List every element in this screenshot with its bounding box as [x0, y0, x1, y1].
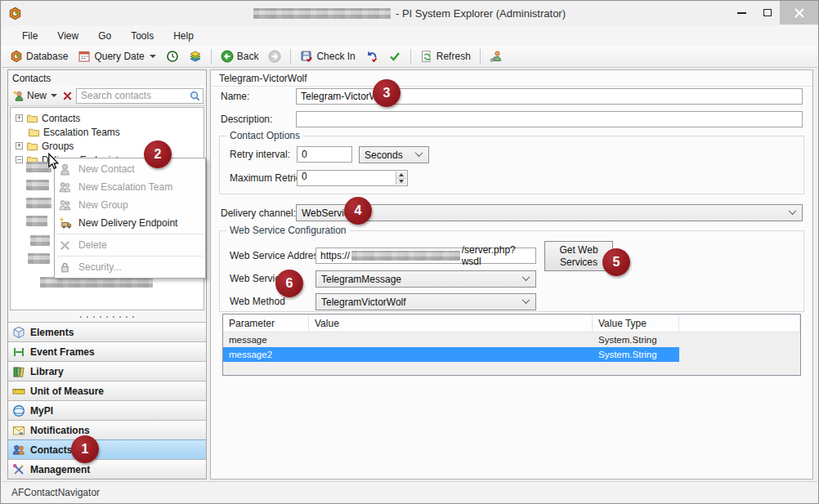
description-label: Description:	[221, 114, 272, 125]
nav-event-frames[interactable]: Event Frames	[8, 341, 206, 361]
menu-view[interactable]: View	[48, 28, 87, 44]
check-in-icon	[300, 50, 313, 63]
lock-gray-icon	[58, 261, 72, 274]
mouse-cursor	[47, 153, 60, 171]
group-gray-icon	[58, 198, 72, 212]
spinner-buttons[interactable]	[396, 172, 406, 185]
get-web-services-label: Get Web	[559, 244, 597, 256]
max-retries-stepper[interactable]: 0	[297, 170, 408, 186]
col-value[interactable]: Value	[309, 314, 593, 332]
nav-label: Contacts	[30, 444, 72, 456]
annotation-3: 3	[373, 79, 401, 107]
nav-label: Event Frames	[30, 346, 95, 358]
user-options-button[interactable]	[486, 48, 506, 65]
cell-value-type: System.String	[593, 332, 679, 347]
status-bar: AFContactNavigator	[2, 481, 817, 502]
menu-separator	[57, 256, 203, 256]
web-service-select[interactable]: TelegramMessage	[316, 270, 536, 288]
table-row[interactable]: message System.String	[223, 332, 800, 347]
menu-item-label: New Delivery Endpoint	[78, 217, 177, 229]
menu-help[interactable]: Help	[164, 28, 203, 44]
annotation-5: 5	[602, 248, 630, 276]
nav-contacts[interactable]: Contacts	[8, 439, 206, 459]
description-input[interactable]	[296, 111, 803, 127]
ruler-icon	[12, 385, 25, 398]
check-in-button[interactable]: Check In	[297, 48, 358, 65]
close-button[interactable]	[780, 1, 818, 25]
user-wrench-icon	[490, 50, 503, 63]
query-date-dropdown-icon[interactable]	[150, 55, 156, 58]
nav-management[interactable]: Management	[8, 459, 206, 479]
time-range-button[interactable]	[163, 48, 182, 65]
tree-item-contacts[interactable]: + Contacts	[11, 111, 204, 125]
query-date-button[interactable]: Query Date	[74, 48, 159, 65]
cell-value	[309, 332, 593, 347]
contact-options-group: Contact Options Retry interval: Seconds …	[219, 136, 804, 194]
table-row-selected[interactable]: message2 System.String	[223, 347, 800, 362]
cell-filler	[679, 347, 800, 362]
col-parameter[interactable]: Parameter	[223, 314, 309, 332]
retry-unit-select[interactable]: Seconds	[359, 146, 429, 163]
menu-go[interactable]: Go	[89, 28, 120, 44]
delivery-channel-select[interactable]: WebService	[296, 204, 803, 221]
back-icon	[221, 50, 234, 63]
col-value-type[interactable]: Value Type	[593, 314, 679, 332]
navigator-buttons: Elements Event Frames Library Unit of Me…	[8, 322, 206, 479]
menu-item-new-delivery-endpoint[interactable]: New Delivery Endpoint	[55, 214, 205, 232]
delete-icon[interactable]	[61, 90, 74, 102]
ws-address-label: Web Service Address	[230, 250, 324, 261]
nav-unit-of-measure[interactable]: Unit of Measure	[8, 381, 206, 400]
new-button[interactable]: New	[11, 89, 59, 103]
layers-button[interactable]	[186, 48, 205, 65]
expander-icon[interactable]: +	[16, 114, 23, 122]
contacts-toolbar: New	[8, 86, 206, 106]
database-button[interactable]: Database	[7, 48, 71, 65]
menu-file[interactable]: File	[13, 28, 47, 44]
retry-unit-value: Seconds	[365, 149, 403, 161]
forward-button[interactable]	[265, 48, 284, 65]
chevron-down-icon	[789, 207, 797, 215]
menu-item-new-escalation-team: New Escalation Team	[55, 178, 205, 196]
titlebar: - PI System Explorer (Administrator)	[1, 1, 818, 25]
layers-icon	[189, 50, 202, 63]
search-icon[interactable]	[189, 90, 201, 102]
new-dropdown-icon[interactable]	[51, 94, 57, 97]
database-icon	[10, 50, 23, 63]
back-button[interactable]: Back	[217, 48, 262, 65]
tree-item-escalation-teams[interactable]: Escalation Teams	[11, 125, 204, 139]
name-input[interactable]	[296, 88, 803, 105]
menu-tools[interactable]: Tools	[122, 28, 163, 44]
refresh-button[interactable]: Refresh	[417, 48, 474, 65]
tree-item-label: Contacts	[42, 113, 80, 124]
maximize-button[interactable]	[754, 1, 780, 25]
apply-button[interactable]	[385, 48, 405, 65]
menubar: File View Go Tools Help	[2, 25, 817, 46]
web-method-select[interactable]: TelegramVictorWolf	[316, 293, 536, 310]
nav-notifications[interactable]: Notifications	[8, 420, 206, 439]
nav-mypi[interactable]: MyPI	[8, 400, 206, 420]
name-label: Name:	[221, 91, 249, 102]
ws-address-input[interactable]: https:// /server.php?wsdl	[316, 248, 536, 264]
chevron-down-icon	[415, 149, 423, 157]
undo-checkout-button[interactable]	[362, 48, 382, 65]
collapse-icon[interactable]: −	[16, 156, 23, 163]
menu-item-new-contact: New Contact	[55, 160, 205, 178]
tree-item-groups[interactable]: + Groups	[11, 139, 204, 153]
panel-splitter[interactable]	[8, 311, 206, 322]
minimize-button[interactable]	[729, 1, 754, 25]
web-service-value: TelegramMessage	[321, 274, 401, 285]
ws-address-prefix: https://	[320, 250, 350, 261]
nav-elements[interactable]: Elements	[8, 322, 206, 341]
expander-icon[interactable]: +	[16, 142, 23, 149]
retry-interval-input[interactable]	[297, 146, 352, 163]
annotation-1: 1	[71, 435, 99, 463]
pi-system-explorer-window: - PI System Explorer (Administrator) Fil…	[0, 0, 819, 504]
web-method-value: TelegramVictorWolf	[321, 297, 406, 308]
new-delivery-endpoint-icon	[58, 216, 72, 230]
redacted-host	[351, 251, 460, 261]
forward-icon	[268, 50, 281, 63]
toolbar-separator	[211, 49, 212, 64]
nav-library[interactable]: Library	[8, 361, 206, 381]
query-date-label: Query Date	[94, 51, 144, 62]
search-input[interactable]	[76, 88, 204, 104]
